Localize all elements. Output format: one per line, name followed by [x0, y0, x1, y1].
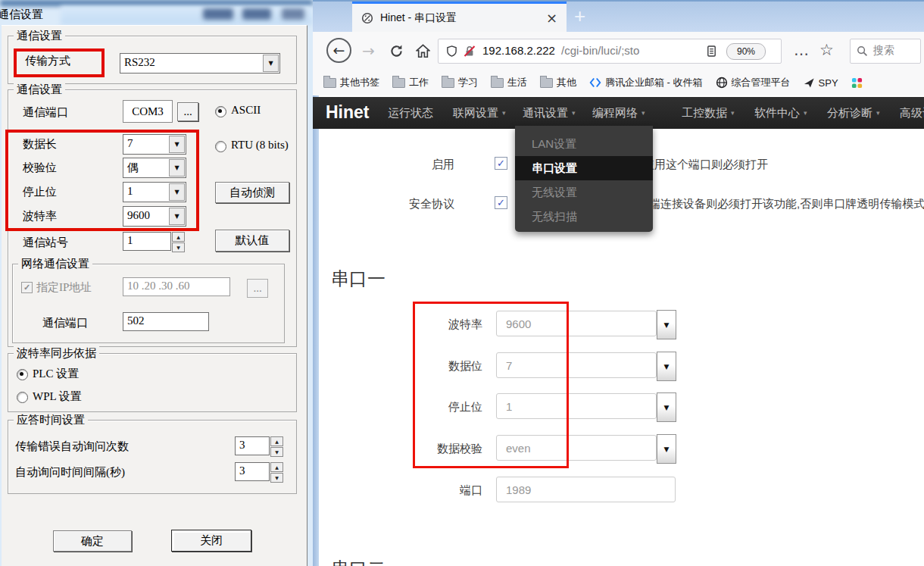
- url-domain: 192.168.2.222: [482, 44, 555, 57]
- chevron-down-icon[interactable]: ▼: [657, 352, 676, 381]
- station-spinner[interactable]: ▲ ▼: [172, 232, 185, 252]
- bookmark-folder-study[interactable]: 学习: [442, 76, 478, 89]
- serial-port-1-heading: 串口一: [331, 267, 386, 291]
- transfer-mode-select[interactable]: RS232 ▼: [120, 53, 280, 73]
- default-button[interactable]: 默认值: [215, 230, 289, 252]
- autodetect-button[interactable]: 自动侦测: [215, 182, 289, 203]
- rtu-radio[interactable]: [215, 141, 226, 152]
- station-input[interactable]: 1: [123, 232, 171, 251]
- com-port-button[interactable]: COM3: [123, 100, 173, 123]
- site-logo[interactable]: Hinet: [326, 102, 370, 123]
- chevron-down-icon: ▾: [731, 109, 735, 117]
- nav-item-run-status[interactable]: 运行状态: [388, 97, 433, 129]
- ip-address-input[interactable]: 10 .20 .30 .60: [123, 277, 230, 296]
- annotation-redbox-transfer: [14, 48, 105, 77]
- nav-item-network-settings[interactable]: 联网设置 ▾: [453, 97, 506, 129]
- reload-icon[interactable]: [389, 44, 404, 58]
- menu-item-wireless-scan[interactable]: 无线扫描: [515, 205, 653, 229]
- nav-item-comm-settings[interactable]: 通讯设置 ▾: [523, 97, 576, 129]
- bookmark-spy[interactable]: SPY: [804, 77, 838, 89]
- bookmark-star-icon[interactable]: ☆: [819, 41, 834, 59]
- retry-count-spinner[interactable]: ▲ ▼: [270, 436, 283, 457]
- check-icon: ✓: [23, 283, 30, 292]
- plc-setting-label: PLC 设置: [33, 367, 79, 381]
- menu-label: 无线扫描: [532, 210, 577, 223]
- com-port-browse-button[interactable]: ...: [177, 102, 198, 121]
- back-button[interactable]: ←: [326, 38, 351, 63]
- plc-comm-dialog: 通信设置 通信设置 传输方式 RS232 ▼ 通信设置 通信端口 COM3 ..…: [0, 0, 313, 566]
- bookmark-colorful-icon[interactable]: [851, 77, 863, 89]
- tab-favicon-icon: [361, 12, 373, 24]
- query-interval-input[interactable]: 3: [235, 462, 270, 481]
- close-button[interactable]: 关闭: [171, 530, 251, 552]
- baud-sync-title: 波特率同步依据: [14, 346, 99, 361]
- retry-count-input[interactable]: 3: [235, 436, 270, 455]
- specify-ip-checkbox[interactable]: ✓: [21, 282, 33, 293]
- ok-button[interactable]: 确定: [53, 530, 132, 552]
- nav-item-software-center[interactable]: 软件中心 ▾: [754, 97, 807, 129]
- port-input[interactable]: 1989: [496, 477, 676, 502]
- home-icon[interactable]: [416, 44, 430, 58]
- spinner-up-icon[interactable]: ▲: [270, 462, 283, 472]
- nav-item-programming-network[interactable]: 编程网络 ▾: [592, 97, 645, 129]
- dialog-title: 通信设置: [0, 8, 43, 22]
- bookmark-folder-life[interactable]: 生活: [491, 76, 527, 89]
- group2-title: 通信设置: [14, 83, 65, 97]
- search-input[interactable]: 搜索: [850, 39, 921, 64]
- bookmark-tencent-mail[interactable]: 腾讯企业邮箱 - 收件箱: [589, 76, 703, 89]
- tracking-shield-icon[interactable]: [446, 45, 457, 58]
- query-interval-label: 自动询问时间间隔(秒): [15, 465, 125, 480]
- folder-icon: [442, 78, 454, 88]
- tab-hinet[interactable]: Hinet - 串口设置 ×: [352, 2, 567, 32]
- chevron-down-icon[interactable]: ▼: [657, 310, 676, 339]
- bookmark-folder-misc[interactable]: 其他: [540, 76, 576, 89]
- bookmark-management-platform[interactable]: 综合管理平台: [716, 76, 791, 89]
- tab-close-icon[interactable]: ×: [546, 10, 557, 26]
- nav-item-industrial-data[interactable]: 工控数据 ▾: [682, 97, 735, 129]
- net-port-input[interactable]: 502: [123, 312, 209, 331]
- background-button-blob: [282, 8, 304, 20]
- back-arrow-icon: ←: [333, 42, 345, 58]
- menu-item-wireless-settings[interactable]: 无线设置: [515, 180, 653, 205]
- chevron-down-icon[interactable]: ▼: [263, 55, 279, 72]
- query-interval-spinner[interactable]: ▲ ▼: [270, 462, 283, 483]
- insecure-lock-icon[interactable]: [464, 45, 476, 58]
- bookmark-label: 学习: [458, 76, 478, 89]
- folder-icon: [540, 78, 553, 88]
- chevron-down-icon[interactable]: ▼: [657, 434, 676, 464]
- zoom-level-button[interactable]: 90%: [726, 43, 766, 60]
- secure-protocol-checkbox[interactable]: ✓: [495, 196, 507, 209]
- spinner-down-icon[interactable]: ▼: [172, 242, 185, 252]
- spinner-down-icon[interactable]: ▼: [270, 473, 283, 483]
- plc-setting-radio[interactable]: [17, 369, 28, 380]
- menu-item-serial-settings[interactable]: 串口设置: [515, 156, 653, 180]
- spinner-down-icon[interactable]: ▼: [270, 447, 283, 457]
- check-icon: ✓: [497, 197, 505, 208]
- folder-icon: [323, 78, 336, 88]
- bookmark-label: 综合管理平台: [732, 76, 791, 89]
- network-group-title: 网络通信设置: [18, 257, 92, 271]
- spinner-up-icon[interactable]: ▲: [270, 436, 283, 446]
- menu-item-lan-settings[interactable]: LAN设置: [515, 132, 653, 156]
- nav-item-diagnostics[interactable]: 分析诊断 ▾: [827, 97, 880, 129]
- chevron-down-icon: ▾: [641, 109, 645, 117]
- page-actions-icon[interactable]: …: [794, 41, 810, 59]
- network-settings-group: 网络通信设置: [12, 264, 285, 343]
- wpl-setting-radio[interactable]: [17, 392, 28, 403]
- nav-item-advanced-settings[interactable]: 高级设置: [900, 97, 924, 129]
- net-port-label: 通信端口: [42, 316, 88, 330]
- url-bar[interactable]: 192.168.2.222 /cgi-bin/luci/;sto 90%: [438, 39, 782, 64]
- bookmark-folder-work[interactable]: 工作: [392, 76, 429, 89]
- reader-mode-icon[interactable]: [706, 45, 717, 58]
- specify-ip-label: 指定IP地址: [36, 280, 92, 295]
- paper-plane-icon: [804, 77, 815, 89]
- ascii-radio[interactable]: [215, 106, 226, 117]
- chevron-down-icon[interactable]: ▼: [657, 392, 676, 422]
- ip-browse-button[interactable]: ...: [247, 279, 268, 298]
- spinner-up-icon[interactable]: ▲: [172, 232, 185, 242]
- new-tab-button[interactable]: +: [574, 5, 585, 28]
- site-navbar: Hinet 运行状态 联网设置 ▾ 通讯设置 ▾ 编程网络 ▾ 工控数据 ▾ 软…: [313, 97, 924, 129]
- enable-checkbox[interactable]: ✓: [495, 157, 507, 170]
- forward-button[interactable]: →: [362, 42, 375, 60]
- bookmark-folder-other-bookmarks[interactable]: 其他书签: [323, 76, 379, 89]
